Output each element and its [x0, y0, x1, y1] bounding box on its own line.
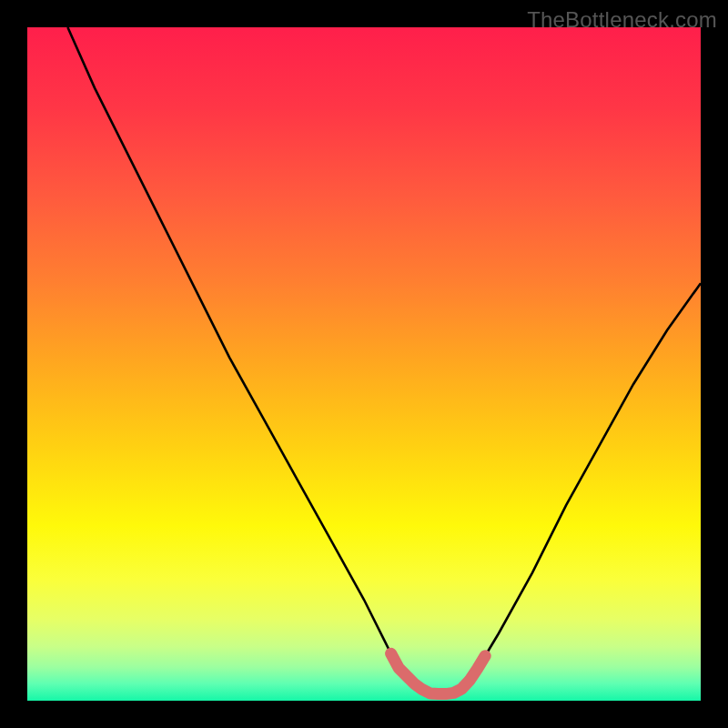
chart-frame: TheBottleneck.com	[0, 0, 728, 728]
chart-svg	[27, 27, 701, 701]
watermark-text: TheBottleneck.com	[527, 7, 717, 33]
plot-area	[27, 27, 701, 701]
